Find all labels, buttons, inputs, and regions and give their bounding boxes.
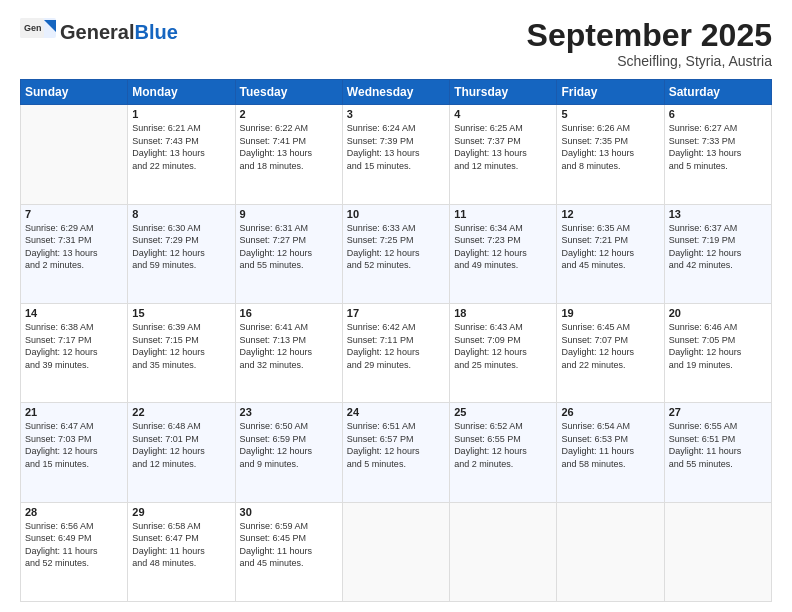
day-info: Sunrise: 6:33 AM Sunset: 7:25 PM Dayligh… (347, 222, 445, 272)
table-row: 11Sunrise: 6:34 AM Sunset: 7:23 PM Dayli… (450, 204, 557, 303)
day-info: Sunrise: 6:38 AM Sunset: 7:17 PM Dayligh… (25, 321, 123, 371)
day-number: 17 (347, 307, 445, 319)
day-number: 14 (25, 307, 123, 319)
day-number: 21 (25, 406, 123, 418)
day-info: Sunrise: 6:34 AM Sunset: 7:23 PM Dayligh… (454, 222, 552, 272)
table-row: 6Sunrise: 6:27 AM Sunset: 7:33 PM Daylig… (664, 105, 771, 204)
logo: Gen GeneralBlue (20, 18, 178, 46)
calendar-week-row: 1Sunrise: 6:21 AM Sunset: 7:43 PM Daylig… (21, 105, 772, 204)
day-info: Sunrise: 6:35 AM Sunset: 7:21 PM Dayligh… (561, 222, 659, 272)
day-info: Sunrise: 6:45 AM Sunset: 7:07 PM Dayligh… (561, 321, 659, 371)
calendar-week-row: 14Sunrise: 6:38 AM Sunset: 7:17 PM Dayli… (21, 303, 772, 402)
day-number: 18 (454, 307, 552, 319)
table-row: 2Sunrise: 6:22 AM Sunset: 7:41 PM Daylig… (235, 105, 342, 204)
day-info: Sunrise: 6:27 AM Sunset: 7:33 PM Dayligh… (669, 122, 767, 172)
day-info: Sunrise: 6:51 AM Sunset: 6:57 PM Dayligh… (347, 420, 445, 470)
day-info: Sunrise: 6:54 AM Sunset: 6:53 PM Dayligh… (561, 420, 659, 470)
table-row: 16Sunrise: 6:41 AM Sunset: 7:13 PM Dayli… (235, 303, 342, 402)
day-info: Sunrise: 6:58 AM Sunset: 6:47 PM Dayligh… (132, 520, 230, 570)
table-row (21, 105, 128, 204)
day-number: 24 (347, 406, 445, 418)
day-info: Sunrise: 6:25 AM Sunset: 7:37 PM Dayligh… (454, 122, 552, 172)
month-title: September 2025 (527, 18, 772, 53)
day-info: Sunrise: 6:43 AM Sunset: 7:09 PM Dayligh… (454, 321, 552, 371)
day-number: 11 (454, 208, 552, 220)
logo-general-text: General (60, 21, 134, 43)
calendar-week-row: 21Sunrise: 6:47 AM Sunset: 7:03 PM Dayli… (21, 403, 772, 502)
col-wednesday: Wednesday (342, 80, 449, 105)
day-info: Sunrise: 6:46 AM Sunset: 7:05 PM Dayligh… (669, 321, 767, 371)
table-row: 24Sunrise: 6:51 AM Sunset: 6:57 PM Dayli… (342, 403, 449, 502)
table-row: 5Sunrise: 6:26 AM Sunset: 7:35 PM Daylig… (557, 105, 664, 204)
day-number: 28 (25, 506, 123, 518)
day-number: 26 (561, 406, 659, 418)
table-row: 17Sunrise: 6:42 AM Sunset: 7:11 PM Dayli… (342, 303, 449, 402)
table-row: 10Sunrise: 6:33 AM Sunset: 7:25 PM Dayli… (342, 204, 449, 303)
title-area: September 2025 Scheifling, Styria, Austr… (527, 18, 772, 69)
day-number: 25 (454, 406, 552, 418)
col-thursday: Thursday (450, 80, 557, 105)
day-info: Sunrise: 6:31 AM Sunset: 7:27 PM Dayligh… (240, 222, 338, 272)
table-row: 15Sunrise: 6:39 AM Sunset: 7:15 PM Dayli… (128, 303, 235, 402)
svg-text:Gen: Gen (24, 23, 42, 33)
day-info: Sunrise: 6:29 AM Sunset: 7:31 PM Dayligh… (25, 222, 123, 272)
table-row (664, 502, 771, 601)
table-row (450, 502, 557, 601)
day-info: Sunrise: 6:52 AM Sunset: 6:55 PM Dayligh… (454, 420, 552, 470)
table-row: 20Sunrise: 6:46 AM Sunset: 7:05 PM Dayli… (664, 303, 771, 402)
day-number: 15 (132, 307, 230, 319)
day-info: Sunrise: 6:47 AM Sunset: 7:03 PM Dayligh… (25, 420, 123, 470)
day-number: 20 (669, 307, 767, 319)
table-row: 27Sunrise: 6:55 AM Sunset: 6:51 PM Dayli… (664, 403, 771, 502)
col-saturday: Saturday (664, 80, 771, 105)
col-tuesday: Tuesday (235, 80, 342, 105)
logo-blue-text: Blue (134, 21, 177, 43)
day-number: 5 (561, 108, 659, 120)
day-info: Sunrise: 6:30 AM Sunset: 7:29 PM Dayligh… (132, 222, 230, 272)
table-row: 8Sunrise: 6:30 AM Sunset: 7:29 PM Daylig… (128, 204, 235, 303)
day-number: 4 (454, 108, 552, 120)
day-number: 19 (561, 307, 659, 319)
table-row: 25Sunrise: 6:52 AM Sunset: 6:55 PM Dayli… (450, 403, 557, 502)
day-number: 16 (240, 307, 338, 319)
day-number: 1 (132, 108, 230, 120)
day-number: 12 (561, 208, 659, 220)
day-number: 6 (669, 108, 767, 120)
table-row: 4Sunrise: 6:25 AM Sunset: 7:37 PM Daylig… (450, 105, 557, 204)
table-row: 13Sunrise: 6:37 AM Sunset: 7:19 PM Dayli… (664, 204, 771, 303)
table-row: 30Sunrise: 6:59 AM Sunset: 6:45 PM Dayli… (235, 502, 342, 601)
day-info: Sunrise: 6:37 AM Sunset: 7:19 PM Dayligh… (669, 222, 767, 272)
day-number: 29 (132, 506, 230, 518)
day-info: Sunrise: 6:39 AM Sunset: 7:15 PM Dayligh… (132, 321, 230, 371)
day-number: 3 (347, 108, 445, 120)
day-number: 22 (132, 406, 230, 418)
day-info: Sunrise: 6:55 AM Sunset: 6:51 PM Dayligh… (669, 420, 767, 470)
logo-icon: Gen (20, 18, 56, 46)
day-number: 10 (347, 208, 445, 220)
table-row: 3Sunrise: 6:24 AM Sunset: 7:39 PM Daylig… (342, 105, 449, 204)
day-info: Sunrise: 6:41 AM Sunset: 7:13 PM Dayligh… (240, 321, 338, 371)
day-info: Sunrise: 6:24 AM Sunset: 7:39 PM Dayligh… (347, 122, 445, 172)
col-friday: Friday (557, 80, 664, 105)
day-info: Sunrise: 6:26 AM Sunset: 7:35 PM Dayligh… (561, 122, 659, 172)
col-sunday: Sunday (21, 80, 128, 105)
table-row: 26Sunrise: 6:54 AM Sunset: 6:53 PM Dayli… (557, 403, 664, 502)
day-info: Sunrise: 6:42 AM Sunset: 7:11 PM Dayligh… (347, 321, 445, 371)
table-row: 12Sunrise: 6:35 AM Sunset: 7:21 PM Dayli… (557, 204, 664, 303)
day-number: 2 (240, 108, 338, 120)
location: Scheifling, Styria, Austria (527, 53, 772, 69)
page: Gen GeneralBlue September 2025 Scheiflin… (0, 0, 792, 612)
table-row: 14Sunrise: 6:38 AM Sunset: 7:17 PM Dayli… (21, 303, 128, 402)
day-number: 27 (669, 406, 767, 418)
calendar-table: Sunday Monday Tuesday Wednesday Thursday… (20, 79, 772, 602)
header: Gen GeneralBlue September 2025 Scheiflin… (20, 18, 772, 69)
table-row (342, 502, 449, 601)
table-row: 28Sunrise: 6:56 AM Sunset: 6:49 PM Dayli… (21, 502, 128, 601)
day-number: 7 (25, 208, 123, 220)
day-number: 23 (240, 406, 338, 418)
calendar-week-row: 7Sunrise: 6:29 AM Sunset: 7:31 PM Daylig… (21, 204, 772, 303)
table-row: 19Sunrise: 6:45 AM Sunset: 7:07 PM Dayli… (557, 303, 664, 402)
calendar-header-row: Sunday Monday Tuesday Wednesday Thursday… (21, 80, 772, 105)
day-number: 13 (669, 208, 767, 220)
col-monday: Monday (128, 80, 235, 105)
